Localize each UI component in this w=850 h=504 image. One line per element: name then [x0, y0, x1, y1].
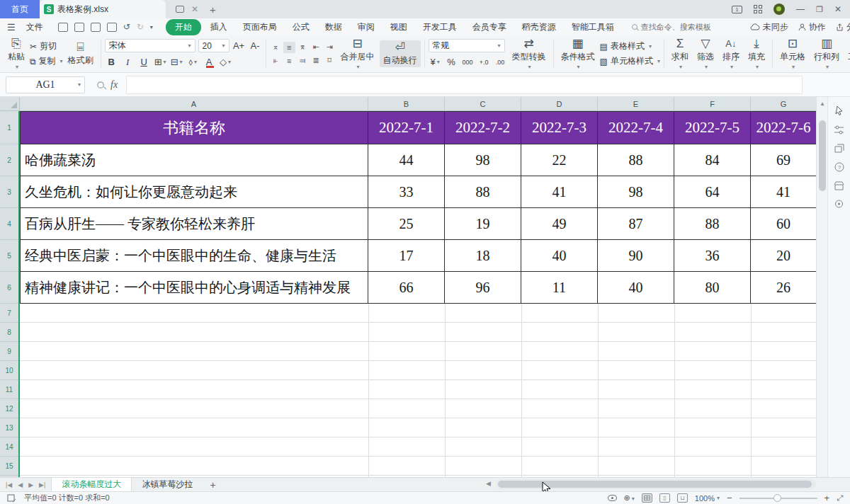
table-style-button[interactable]: ▤表格样式: [600, 40, 660, 52]
store-icon[interactable]: [834, 181, 844, 190]
last-sheet-icon[interactable]: ▶|: [39, 481, 45, 488]
cell-C1[interactable]: 2022-7-2: [445, 111, 521, 144]
col-header-B[interactable]: B: [368, 97, 445, 111]
cell-A4[interactable]: 百病从肝生—— 专家教你轻松来养肝: [20, 208, 368, 240]
zoom-slider[interactable]: [740, 498, 817, 499]
zoom-in-icon[interactable]: +: [824, 493, 830, 503]
empty-cells-region[interactable]: [20, 304, 816, 477]
cell-B5[interactable]: 17: [368, 240, 445, 272]
cell-C6[interactable]: 96: [445, 272, 521, 304]
collaborate-button[interactable]: 协作: [798, 21, 826, 33]
scroll-left-icon[interactable]: ◀: [486, 480, 491, 487]
decrease-decimal-button[interactable]: .00: [494, 55, 507, 69]
prev-sheet-icon[interactable]: ◀: [18, 481, 23, 488]
cell-G2[interactable]: 69: [751, 144, 816, 176]
col-header-D[interactable]: D: [521, 97, 598, 111]
fill-color-button[interactable]: ⬨: [186, 55, 200, 69]
cursor-tool-icon[interactable]: [834, 105, 844, 116]
home-tab-button[interactable]: 首页: [0, 0, 40, 18]
quick-access-dropdown-icon[interactable]: ▾: [150, 24, 153, 30]
wrap-text-button[interactable]: ⏎ 自动换行: [380, 40, 421, 67]
search-input[interactable]: [641, 23, 747, 31]
cell-D4[interactable]: 49: [521, 208, 598, 240]
font-size-select[interactable]: 20▾: [198, 39, 230, 52]
cell-A3[interactable]: 久坐危机：如何让你更愿意动起来: [20, 176, 368, 208]
cell-E1[interactable]: 2022-7-4: [598, 111, 674, 144]
magnifier-icon[interactable]: [97, 81, 104, 88]
cell-D5[interactable]: 40: [521, 240, 598, 272]
command-search[interactable]: [632, 23, 747, 31]
tab-membership[interactable]: 会员专享: [466, 20, 513, 35]
merge-center-button[interactable]: ⊟ 合并居中: [337, 37, 378, 71]
row-header[interactable]: 2: [0, 144, 18, 176]
cell-G3[interactable]: 41: [751, 176, 816, 208]
cell-G1[interactable]: 2022-7-6: [751, 111, 816, 144]
zoom-level[interactable]: 100%▾: [695, 494, 720, 503]
cell-G4[interactable]: 60: [751, 208, 816, 240]
user-avatar[interactable]: [774, 4, 785, 15]
sheet-tab-active[interactable]: 滚动条幅度过大: [51, 478, 132, 492]
row-header[interactable]: 9: [0, 342, 18, 361]
document-tab[interactable]: S 表格案例.xlsx: [40, 0, 166, 18]
insert-function-icon[interactable]: fx: [110, 79, 118, 91]
row-header[interactable]: 1: [0, 111, 18, 144]
align-middle-button[interactable]: ≡: [283, 42, 295, 53]
add-sheet-button[interactable]: +: [210, 479, 215, 491]
borders-button[interactable]: ⊞: [154, 55, 167, 69]
row-header[interactable]: 5: [0, 240, 18, 272]
next-sheet-icon[interactable]: ▶: [28, 481, 33, 488]
paste-button[interactable]: ⎘ 粘贴: [4, 37, 28, 71]
selection-stats-icon[interactable]: [7, 494, 17, 503]
increase-font-button[interactable]: A+: [232, 39, 246, 52]
align-top-button[interactable]: ⌅: [270, 42, 282, 53]
normal-view-button[interactable]: [642, 493, 652, 503]
row-header[interactable]: 12: [0, 399, 18, 418]
cell-G5[interactable]: 20: [751, 240, 816, 272]
row-header[interactable]: 10: [0, 361, 18, 380]
percent-button[interactable]: %: [445, 55, 458, 69]
fill-button[interactable]: ⤓ 填充: [744, 37, 769, 71]
zoom-slider-knob[interactable]: [774, 494, 781, 502]
cell-B2[interactable]: 44: [368, 144, 445, 176]
row-header[interactable]: 3: [0, 176, 18, 208]
increase-decimal-button[interactable]: +.0: [477, 55, 491, 69]
tab-data[interactable]: 数据: [319, 20, 348, 35]
font-color-button[interactable]: A: [203, 55, 216, 69]
cell-E5[interactable]: 90: [598, 240, 674, 272]
cell-C3[interactable]: 88: [445, 176, 521, 208]
increase-indent-button[interactable]: ⇥: [324, 42, 336, 53]
font-name-select[interactable]: 宋体▾: [105, 39, 196, 52]
formula-input[interactable]: [126, 76, 803, 94]
italic-button[interactable]: I: [121, 55, 135, 69]
tab-review[interactable]: 审阅: [351, 20, 381, 35]
bold-button[interactable]: B: [105, 55, 118, 69]
share-button[interactable]: 分享: [836, 21, 850, 33]
sum-button[interactable]: Σ 求和: [668, 37, 692, 71]
close-window-button[interactable]: ✕: [834, 4, 842, 14]
row-header[interactable]: 14: [0, 437, 18, 457]
tab-view[interactable]: 视图: [384, 20, 414, 35]
cell-C4[interactable]: 19: [445, 208, 521, 240]
vertical-scrollbar[interactable]: ▲: [816, 97, 827, 477]
tab-smart-toolbox[interactable]: 智能工具箱: [565, 20, 620, 35]
apps-grid-icon[interactable]: [754, 5, 762, 13]
location-pin-icon[interactable]: [834, 200, 844, 210]
cell-A1[interactable]: 书籍名称: [20, 111, 368, 144]
cell-E4[interactable]: 87: [598, 208, 674, 240]
cell-F4[interactable]: 88: [674, 208, 751, 240]
zoom-out-icon[interactable]: −: [727, 493, 732, 503]
col-header-G[interactable]: G: [751, 97, 816, 111]
print-icon[interactable]: [91, 23, 101, 32]
layout-pane-icon[interactable]: [834, 144, 844, 153]
tab-list-icon[interactable]: 1: [732, 6, 742, 13]
first-sheet-icon[interactable]: |◀: [6, 481, 12, 488]
cell-D1[interactable]: 2022-7-3: [521, 111, 598, 144]
col-header-F[interactable]: F: [674, 97, 751, 111]
tab-page-layout[interactable]: 页面布局: [237, 20, 283, 35]
hamburger-icon[interactable]: ☰: [7, 22, 16, 33]
save-icon[interactable]: [58, 23, 68, 32]
tab-developer[interactable]: 开发工具: [416, 20, 463, 35]
scroll-up-icon[interactable]: ▲: [817, 98, 828, 108]
cell-D6[interactable]: 11: [521, 272, 598, 304]
redo-icon[interactable]: ↻: [137, 22, 144, 32]
